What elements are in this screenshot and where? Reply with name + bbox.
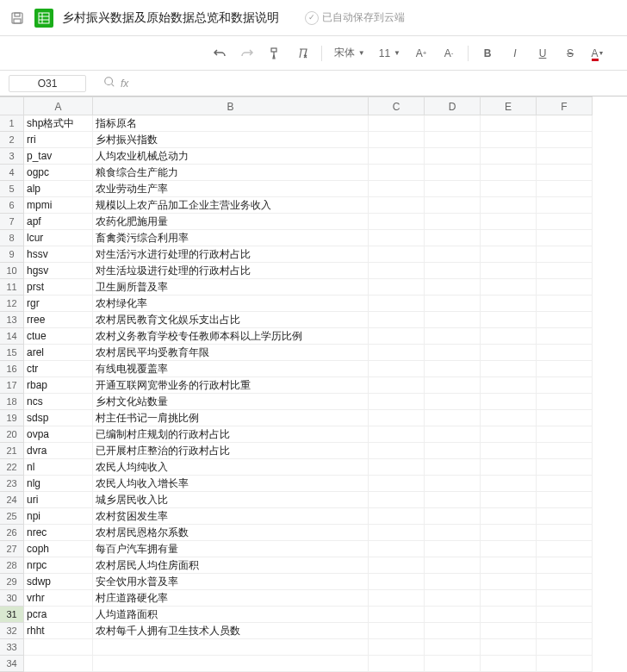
cell[interactable]: sdwp xyxy=(24,574,93,590)
cell[interactable] xyxy=(369,361,425,377)
cell[interactable] xyxy=(369,476,425,492)
cell[interactable] xyxy=(369,328,425,345)
font-family-select[interactable]: 宋体 ▼ xyxy=(329,44,370,62)
cell[interactable] xyxy=(369,263,425,279)
cell[interactable]: rri xyxy=(24,132,93,148)
cell[interactable] xyxy=(425,115,481,132)
cell[interactable] xyxy=(425,328,481,345)
undo-button[interactable] xyxy=(208,41,232,65)
row-header[interactable]: 9 xyxy=(0,246,24,263)
row-header[interactable]: 32 xyxy=(0,623,24,639)
cell[interactable] xyxy=(425,508,481,525)
document-title[interactable]: 乡村振兴数据及原始数据总览和数据说明 xyxy=(62,10,279,26)
cell[interactable] xyxy=(537,426,593,443)
cell[interactable] xyxy=(537,492,593,508)
cell[interactable] xyxy=(425,557,481,574)
cell[interactable] xyxy=(369,607,425,623)
cell[interactable]: rree xyxy=(24,312,93,328)
cell[interactable] xyxy=(481,132,537,148)
cell[interactable] xyxy=(369,115,425,132)
cell[interactable] xyxy=(369,279,425,296)
cell[interactable]: 农药化肥施用量 xyxy=(93,214,369,230)
cell[interactable] xyxy=(537,656,593,672)
cell[interactable] xyxy=(425,525,481,541)
cell[interactable]: 乡村振兴指数 xyxy=(93,132,369,148)
cell[interactable] xyxy=(425,181,481,197)
cell[interactable] xyxy=(425,426,481,443)
row-header[interactable]: 1 xyxy=(0,115,24,132)
cell[interactable] xyxy=(537,279,593,296)
cell[interactable] xyxy=(369,345,425,361)
column-header[interactable]: E xyxy=(481,96,537,115)
cell[interactable]: 农村贫困发生率 xyxy=(93,508,369,525)
cell[interactable]: 人均农业机械总动力 xyxy=(93,148,369,165)
cell[interactable] xyxy=(425,246,481,263)
cell[interactable] xyxy=(537,132,593,148)
cell[interactable]: nl xyxy=(24,459,93,476)
cell[interactable]: 乡村文化站数量 xyxy=(93,394,369,410)
cell[interactable] xyxy=(369,574,425,590)
cell[interactable] xyxy=(481,263,537,279)
cell[interactable]: nrpc xyxy=(24,557,93,574)
cell[interactable] xyxy=(425,230,481,246)
row-header[interactable]: 18 xyxy=(0,394,24,410)
redo-button[interactable] xyxy=(235,41,259,65)
cell[interactable] xyxy=(481,656,537,672)
row-header[interactable]: 6 xyxy=(0,197,24,214)
cell[interactable]: 对生活污水进行处理的行政村占比 xyxy=(93,246,369,263)
cell[interactable] xyxy=(369,492,425,508)
cell[interactable] xyxy=(537,115,593,132)
spreadsheet-grid[interactable]: ABCDEF1shp格式中指标原名2rri乡村振兴指数3p_tav人均农业机械总… xyxy=(0,96,627,672)
row-header[interactable]: 8 xyxy=(0,230,24,246)
cell[interactable]: lcur xyxy=(24,230,93,246)
cell[interactable]: 农村义务教育学校专任教师本科以上学历比例 xyxy=(93,328,369,345)
cell[interactable]: 每百户汽车拥有量 xyxy=(93,541,369,557)
cell[interactable] xyxy=(481,623,537,639)
cell[interactable] xyxy=(537,623,593,639)
cell[interactable]: 农村居民教育文化娱乐支出占比 xyxy=(93,312,369,328)
row-header[interactable]: 17 xyxy=(0,377,24,394)
cell[interactable] xyxy=(425,590,481,607)
cell[interactable]: 村庄道路硬化率 xyxy=(93,590,369,607)
cell[interactable] xyxy=(369,590,425,607)
cell[interactable]: ogpc xyxy=(24,165,93,181)
column-header[interactable]: A xyxy=(24,96,93,115)
cell[interactable]: 畜禽粪污综合利用率 xyxy=(93,230,369,246)
cell[interactable] xyxy=(537,476,593,492)
bold-button[interactable]: B xyxy=(475,41,500,65)
cell[interactable] xyxy=(481,214,537,230)
row-header[interactable]: 11 xyxy=(0,279,24,296)
cell[interactable]: arel xyxy=(24,345,93,361)
cell[interactable] xyxy=(369,656,425,672)
cell[interactable]: shp格式中 xyxy=(24,115,93,132)
cell[interactable] xyxy=(537,557,593,574)
cell[interactable]: 农村居民人均住房面积 xyxy=(93,557,369,574)
row-header[interactable]: 19 xyxy=(0,410,24,426)
row-header[interactable]: 28 xyxy=(0,557,24,574)
cell[interactable] xyxy=(369,525,425,541)
cell[interactable]: 粮食综合生产能力 xyxy=(93,165,369,181)
cell[interactable]: 农村每千人拥有卫生技术人员数 xyxy=(93,623,369,639)
cell[interactable] xyxy=(425,377,481,394)
row-header[interactable]: 30 xyxy=(0,590,24,607)
underline-button[interactable]: U xyxy=(531,41,555,65)
cell[interactable] xyxy=(425,197,481,214)
cell[interactable] xyxy=(369,197,425,214)
cell[interactable] xyxy=(481,246,537,263)
cell[interactable]: ctr xyxy=(24,361,93,377)
select-all-corner[interactable] xyxy=(0,96,24,115)
row-header[interactable]: 16 xyxy=(0,361,24,377)
cell[interactable] xyxy=(481,492,537,508)
cell[interactable] xyxy=(481,181,537,197)
cell[interactable]: rgr xyxy=(24,296,93,312)
cell[interactable] xyxy=(537,361,593,377)
cell[interactable] xyxy=(369,214,425,230)
column-header[interactable]: C xyxy=(369,96,425,115)
cell[interactable] xyxy=(425,296,481,312)
row-header[interactable]: 15 xyxy=(0,345,24,361)
cell[interactable] xyxy=(537,574,593,590)
cell[interactable] xyxy=(425,394,481,410)
cell[interactable] xyxy=(425,492,481,508)
row-header[interactable]: 26 xyxy=(0,525,24,541)
row-header[interactable]: 20 xyxy=(0,426,24,443)
